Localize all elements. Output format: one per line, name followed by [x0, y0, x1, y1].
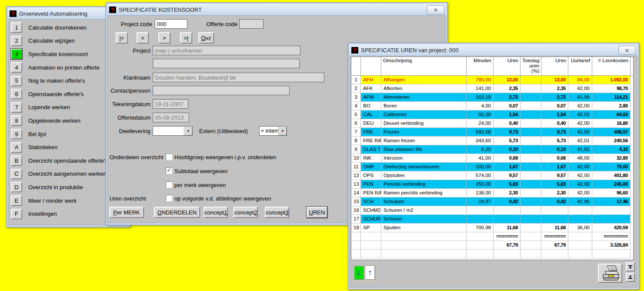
table-row[interactable]: 67,79 67,79 3.326,84	[351, 241, 633, 250]
scroll-down-button[interactable]: ↓	[354, 265, 364, 280]
cell-toeslag	[521, 119, 541, 128]
menu-key-button[interactable]: 6	[11, 89, 22, 99]
bottom-bar-icon	[628, 278, 632, 279]
table-row[interactable]: 10 INK Inkrozen 41,00 0,68 0,68 48,00 32…	[351, 154, 633, 163]
offerte-code-input[interactable]	[239, 19, 264, 29]
table-row[interactable]: ======== ======== =========	[351, 232, 633, 241]
uren-title: SPECIFICATIE UREN van project: 000	[361, 47, 458, 54]
table-row[interactable]: 16 SCHM2 Schuren / m2	[351, 206, 633, 215]
cell-code	[361, 232, 381, 241]
scroll-to-bottom-button[interactable]: ▼	[626, 273, 635, 282]
per-merk-button[interactable]: Per MERK	[109, 207, 144, 218]
table-row[interactable]: 18 SP Spuiten 700,98 11,68 11,68 36,00 4…	[351, 224, 633, 232]
table-row[interactable]: 11 OMF Omfrezing ramen/deuren 100,00 1,6…	[351, 163, 633, 171]
menu-item-label: Nog te maken offerte's	[28, 77, 85, 84]
cell-uurtarief: 42,00	[568, 163, 592, 171]
subtotaal-checkbox[interactable]: ✓	[166, 167, 172, 174]
menu-key-button[interactable]: 3	[11, 49, 22, 59]
menu-key-button[interactable]: B	[11, 155, 22, 166]
menu-key-button[interactable]: 8	[11, 115, 22, 126]
nav-first-button[interactable]: |<	[116, 32, 128, 43]
uren-client: Omschrijving Minuten Uren Toeslaguren (%…	[350, 56, 637, 288]
cell-loonkosten: =========	[592, 232, 631, 241]
menu-key-button[interactable]: A	[11, 142, 22, 153]
cell-uurtarief: 42,00	[568, 189, 592, 197]
deellevering-label: Deellevering	[108, 128, 150, 134]
concept-3-button[interactable]: concept 3	[265, 207, 289, 218]
table-row[interactable]: 8 FRE RA Ramen frezen 343,60 5,73 5,73 4…	[351, 137, 633, 145]
chevron-down-icon[interactable]: ▼	[278, 127, 287, 135]
cell-rownum: 12	[351, 171, 361, 180]
nav-last-button[interactable]: >|	[180, 32, 192, 43]
tekeningdatum-input[interactable]: 19-11-2007	[153, 99, 188, 109]
tekeningdatum-label: Tekeningdatum	[108, 101, 150, 107]
kostensoort-titlebar[interactable]: ? SPECIFICATIE KOSTENSOORT ×	[107, 4, 446, 15]
menu-key-button[interactable]: 5	[11, 76, 22, 86]
table-row[interactable]: 3 AFM Afmonteren 163,18 2,72 2,72 41,99 …	[351, 93, 633, 102]
chevron-down-icon[interactable]: ▼	[184, 127, 192, 135]
cell-toeslag	[521, 163, 541, 171]
concept-1-button[interactable]: concept 1	[204, 207, 228, 218]
klantnaam-input[interactable]: Gouden handen, Bouwbedrijf de	[153, 73, 324, 82]
cell-minuten: 92,30	[467, 110, 494, 119]
table-row[interactable]: 1 AFH Afhangen 780,00 13,00 13,00 84,00 …	[351, 76, 633, 84]
cell-uurtarief	[568, 241, 592, 250]
menu-item-label: Lopende werken	[28, 104, 70, 110]
cell-omschrijving: Schuren / m2	[381, 206, 467, 215]
table-row[interactable]: 12 OPS Opsluiten 574,00 9,57 9,57 42,00 …	[351, 171, 633, 180]
cell-code: SCHURE	[361, 215, 381, 224]
volgorde-checkbox[interactable]	[166, 195, 172, 201]
menu-key-button[interactable]: F	[11, 209, 22, 219]
menu-key-button[interactable]: D	[11, 182, 22, 192]
cell-rownum: 17	[351, 215, 361, 224]
cell-toeslag	[521, 232, 541, 241]
table-row[interactable]: 13 PEN Pen/slis verbinding 350,00 5,83 5…	[351, 180, 633, 189]
table-row[interactable]	[351, 250, 633, 258]
table-row[interactable]: 5 CAL Calibreren 92,30 1,54 1,54 42,01 6…	[351, 110, 633, 119]
scroll-up-button[interactable]: ↑	[365, 265, 375, 280]
nav-next-button[interactable]: >	[158, 32, 170, 43]
menu-key-button[interactable]: 2	[11, 36, 22, 46]
menu-key-button[interactable]: 7	[11, 102, 22, 113]
table-row[interactable]: 17 SCHURE Schuren	[351, 215, 633, 224]
print-button[interactable]	[598, 264, 622, 283]
kostensoort-title: SPECIFICATIE KOSTENSOORT	[119, 7, 202, 13]
table-row[interactable]: 14 PEN RA Ramen pen/slis verbinding 138,…	[351, 189, 633, 197]
per-merk-checkbox[interactable]	[166, 181, 172, 188]
cell-rownum: 16	[351, 206, 361, 215]
concept-2-button[interactable]: concept 2	[234, 207, 258, 218]
table-row[interactable]: 2 AFK Afkorten 141,00 2,35 2,35 42,00 98…	[351, 84, 633, 93]
extern-dropdown[interactable]: + intern ▼	[259, 126, 287, 136]
hoofdgroep-checkbox[interactable]	[166, 154, 172, 160]
close-icon[interactable]: ×	[618, 46, 636, 55]
table-row[interactable]: 15 SCH Schulpen 24,97 0,42 0,42 41,95 17…	[351, 197, 633, 206]
table-row[interactable]: 9 GLAS T Glas plaatsen tifa 6,20 0,10 0,…	[351, 145, 633, 154]
project-code-input[interactable]: 000	[155, 19, 187, 29]
cell-uurtarief: 36,00	[568, 224, 592, 232]
close-icon[interactable]: ×	[427, 5, 444, 14]
nav-prev-button[interactable]: <	[137, 32, 149, 43]
table-row[interactable]: 7 FRE Frezen 583,68 9,73 9,73 42,00 408,…	[351, 128, 633, 137]
deellevering-dropdown[interactable]: ▼	[153, 126, 193, 136]
contactpersoon-input[interactable]	[153, 86, 290, 95]
cell-uren-2: 5,83	[541, 180, 568, 189]
project-input[interactable]: (nep-) schuiframen	[153, 46, 300, 55]
menu-key-button[interactable]: 4	[11, 62, 22, 73]
menu-item-label: Instellingen	[28, 211, 57, 217]
uren-button[interactable]: UREN	[307, 207, 327, 218]
menu-key-button[interactable]: E	[11, 195, 22, 206]
offertedatum-input[interactable]: 05-08-2013	[153, 113, 189, 122]
menu-key-button[interactable]: 9	[11, 129, 22, 139]
menu-key-button[interactable]: C	[11, 169, 22, 179]
uren-titlebar[interactable]: ? SPECIFICATIE UREN van project: 000 ×	[350, 44, 637, 56]
menu-key-button[interactable]: 1	[11, 22, 22, 33]
table-row[interactable]: 6 DEU Deuvel verbinding 24,00 0,40 0,40 …	[351, 119, 633, 128]
scroll-to-top-button[interactable]: ▲	[626, 262, 635, 271]
menu-window-title: Groeneveld Automatisering	[19, 10, 87, 17]
onderdelen-button[interactable]: ONDERDELEN	[154, 207, 200, 218]
cell-code: AFK	[361, 84, 381, 93]
project-input-2[interactable]	[153, 59, 300, 68]
cell-omschrijving: Calibreren	[381, 110, 467, 119]
ovz-button[interactable]: Ovz	[198, 32, 214, 43]
table-row[interactable]: 4 BO Boren 4,00 0,07 0,07 42,00 2,80	[351, 102, 633, 110]
